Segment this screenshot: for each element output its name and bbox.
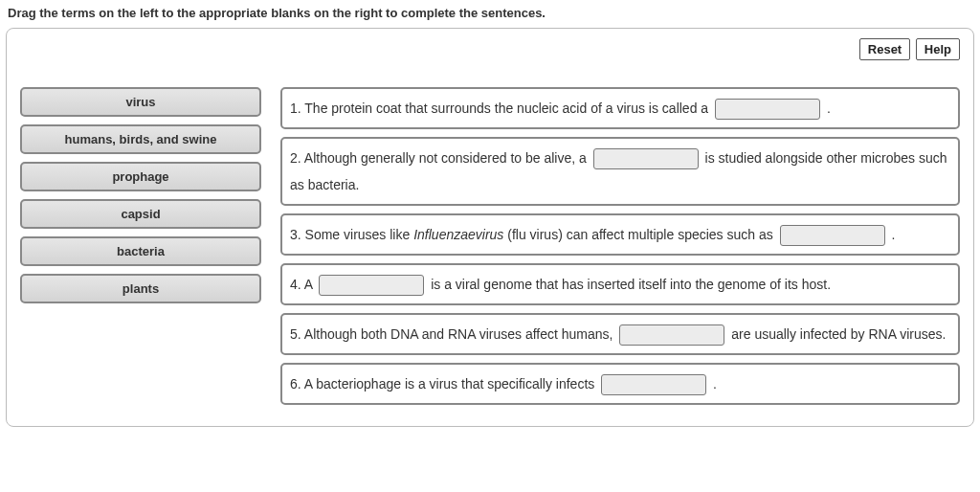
instruction-text: Drag the terms on the left to the approp… xyxy=(0,0,980,28)
sentence-1: 1. The protein coat that surrounds the n… xyxy=(280,87,960,129)
sentence-2-text-a: 2. Although generally not considered to … xyxy=(290,150,590,166)
help-button[interactable]: Help xyxy=(916,38,960,60)
sentence-2: 2. Although generally not considered to … xyxy=(280,137,960,206)
sentence-6: 6. A bacteriophage is a virus that speci… xyxy=(280,363,960,405)
blank-5[interactable] xyxy=(619,324,724,346)
sentence-4: 4. A is a viral genome that has inserted… xyxy=(280,263,960,305)
sentence-6-text-b: . xyxy=(709,376,717,391)
blank-2[interactable] xyxy=(593,148,699,169)
sentence-3-text-a: 3. Some viruses like xyxy=(290,227,413,242)
sentence-5: 5. Although both DNA and RNA viruses aff… xyxy=(280,313,960,355)
button-row: Reset Help xyxy=(20,38,960,60)
sentence-3: 3. Some viruses like Influenzaevirus (fl… xyxy=(280,213,960,256)
activity-body: virus humans, birds, and swine prophage … xyxy=(20,87,960,413)
blank-4[interactable] xyxy=(319,275,424,296)
term-virus[interactable]: virus xyxy=(20,87,261,117)
term-capsid[interactable]: capsid xyxy=(20,199,261,229)
activity-panel: Reset Help virus humans, birds, and swin… xyxy=(6,28,974,427)
blank-1[interactable] xyxy=(715,99,820,120)
blank-3[interactable] xyxy=(780,225,885,246)
blank-6[interactable] xyxy=(601,374,706,395)
reset-button[interactable]: Reset xyxy=(859,38,910,60)
term-bacteria[interactable]: bacteria xyxy=(20,236,261,266)
term-prophage[interactable]: prophage xyxy=(20,162,261,191)
sentence-4-text-b: is a viral genome that has inserted itse… xyxy=(427,277,831,292)
sentence-5-text-a: 5. Although both DNA and RNA viruses aff… xyxy=(290,326,616,342)
terms-column: virus humans, birds, and swine prophage … xyxy=(20,87,261,311)
sentence-3-text-c: . xyxy=(888,227,896,242)
sentence-3-italic: Influenzaevirus xyxy=(413,227,503,242)
term-plants[interactable]: plants xyxy=(20,274,261,303)
sentences-column: 1. The protein coat that surrounds the n… xyxy=(280,87,960,413)
sentence-5-text-b: are usually infected by RNA viruses. xyxy=(727,326,946,342)
sentence-4-text-a: 4. A xyxy=(290,277,316,292)
sentence-3-text-b: (flu virus) can affect multiple species … xyxy=(503,227,776,242)
sentence-1-text-a: 1. The protein coat that surrounds the n… xyxy=(290,101,712,116)
term-humans-birds-swine[interactable]: humans, birds, and swine xyxy=(20,124,261,154)
sentence-6-text-a: 6. A bacteriophage is a virus that speci… xyxy=(290,376,598,391)
sentence-1-text-b: . xyxy=(823,101,831,116)
